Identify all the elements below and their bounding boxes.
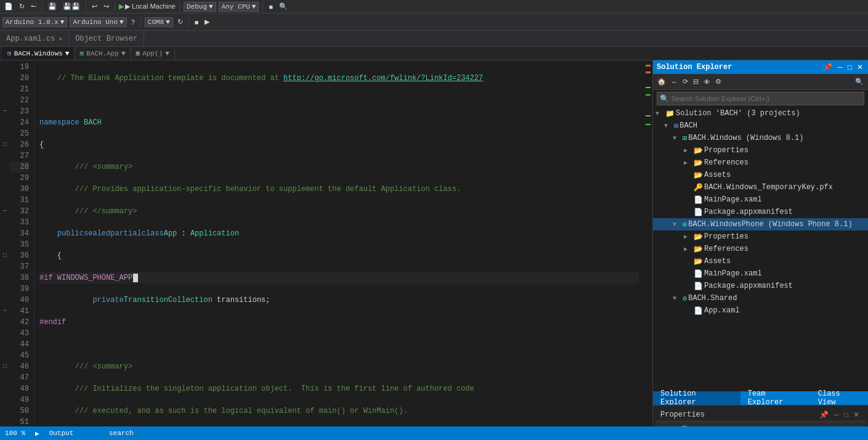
tab-class-view-label: Class View	[818, 389, 861, 407]
solution-search-icon: 🔍	[660, 94, 669, 104]
tab-appxamlcs[interactable]: App.xaml.cs ✕	[0, 31, 69, 46]
tree-windows-assets[interactable]: 📂 Assets	[653, 169, 868, 181]
solution-icon: 📁	[665, 109, 675, 118]
second-toolbar: Arduino 1.0.x ▼ Arduino Uno ▼ ? COM8 ▼ ↻…	[0, 14, 868, 31]
solution-explorer-pin[interactable]: 📌	[822, 62, 834, 72]
tree-shared-appxaml[interactable]: 📄 App.xaml	[653, 304, 868, 317]
toolbar-misc1[interactable]: ■	[267, 2, 275, 11]
editor-scrollbar[interactable]	[644, 60, 652, 440]
doc-tab-bach-windows[interactable]: ⊞ BACH.Windows ▼	[2, 47, 75, 60]
arduino-help[interactable]: ?	[129, 18, 137, 26]
middle-row: ─ □ ─ □ ─	[0, 60, 868, 440]
tree-bach-windows[interactable]: ▼ ⊞ BACH.Windows (Windows 8.1)	[653, 132, 868, 144]
status-search: search	[109, 430, 134, 437]
sol-toolbar-collapse[interactable]: ⊟	[691, 77, 700, 86]
tab-team-explorer[interactable]: Team Explorer	[740, 391, 811, 405]
sol-toolbar-showall[interactable]: 👁	[702, 78, 712, 86]
doc-tab-app-fn-icon: ⊞	[136, 49, 140, 57]
tree-windows-references[interactable]: ▶ 📂 References	[653, 157, 868, 169]
tab-objectbrowser[interactable]: Object Browser	[69, 31, 144, 46]
solution-search-input[interactable]	[671, 95, 861, 102]
properties-pin[interactable]: 📌	[818, 410, 830, 420]
doc-tab-bach-app[interactable]: ⊞ BACH.App ▼	[75, 47, 131, 60]
tree-bach-windowsphone[interactable]: ▼ ⊞ BACH.WindowsPhone (Windows Phone 8.1…	[653, 218, 868, 230]
tree-windows-package[interactable]: 📄 Package.appxmanifest	[653, 206, 868, 218]
sol-toolbar-sync[interactable]: ↔	[669, 78, 679, 86]
code-line-23: /// <summary>	[39, 161, 639, 173]
properties-close[interactable]: ✕	[852, 410, 861, 420]
tree-bach-shared[interactable]: ▼ ⚙ BACH.Shared	[653, 292, 868, 304]
tree-windows-properties[interactable]: ▶ 📂 Properties	[653, 144, 868, 157]
solution-explorer-minimize[interactable]: ─	[836, 62, 844, 72]
win-package-label: Package.appxmanifest	[704, 208, 793, 216]
doc-tab-app-fn[interactable]: ⊞ App() ▼	[131, 47, 175, 60]
toolbar-save[interactable]: 💾	[46, 2, 59, 11]
win-mainpage-expand	[684, 197, 692, 203]
sol-toolbar-home[interactable]: 🏠	[655, 77, 668, 86]
tree-bach[interactable]: ▼ ⊞ BACH	[653, 120, 868, 132]
bach-shared-expand-icon: ▼	[673, 295, 681, 302]
solution-expand-icon: ▼	[655, 110, 664, 117]
solution-explorer-header-icons: 📌 ─ □ ✕	[822, 62, 864, 72]
doc-tab-bach-windows-label: BACH.Windows	[14, 50, 63, 57]
win-assets-icon: 📂	[694, 171, 703, 180]
sol-toolbar-refresh[interactable]: ⟳	[681, 77, 690, 86]
code-line-20	[39, 95, 639, 106]
properties-header: Properties 📌 ─ □ ✕	[655, 408, 866, 422]
doc-tab-bach-app-chevron: ▼	[121, 50, 126, 57]
toolbar-icon-3[interactable]: ↼	[29, 2, 38, 11]
toolbar-icon-1[interactable]: 📄	[2, 2, 15, 11]
solution-explorer-maximize[interactable]: □	[846, 62, 853, 72]
doc-tab-app-fn-label: App()	[142, 50, 163, 57]
tree-phone-mainpage[interactable]: 📄 MainPage.xaml	[653, 267, 868, 280]
tree-windows-tempkey[interactable]: 🔑 BACH.Windows_TemporaryKey.pfx	[653, 181, 868, 194]
com-port-dropdown[interactable]: COM8 ▼	[145, 17, 173, 27]
tree-phone-properties[interactable]: ▶ 📂 Properties	[653, 230, 868, 243]
toolbar-misc2[interactable]: 🔍	[277, 2, 290, 11]
properties-minimize[interactable]: ─	[832, 410, 840, 420]
editor-area[interactable]: ─ □ ─ □ ─	[0, 60, 652, 440]
code-line-33: /// Initializes the singleton applicatio…	[39, 383, 639, 394]
arduino-version-dropdown[interactable]: Arduino 1.0.x ▼	[2, 17, 67, 27]
solution-explorer-close[interactable]: ✕	[856, 62, 864, 72]
properties-header-icons: 📌 ─ □ ✕	[818, 410, 861, 420]
properties-maximize[interactable]: □	[843, 410, 850, 420]
win-props-expand: ▶	[684, 147, 692, 154]
bach-shared-icon: ⚙	[683, 294, 687, 303]
solution-search-box[interactable]: 🔍	[657, 92, 864, 105]
tree-phone-assets[interactable]: 📂 Assets	[653, 255, 868, 267]
cpu-dropdown[interactable]: Any CPU ▼	[219, 2, 259, 12]
sol-toolbar-settings[interactable]: ⚙	[713, 77, 723, 86]
toolbar-icon-2[interactable]: ↻	[17, 2, 26, 11]
tab-class-view[interactable]: Class View	[811, 391, 868, 405]
scroll-mark-2	[646, 71, 651, 73]
arduino-board-chevron: ▼	[120, 18, 124, 26]
run-button[interactable]: ▶ ▶ Local Machine	[119, 2, 176, 10]
code-content[interactable]: // The Blank Application template is doc…	[34, 60, 644, 440]
toolbar-undo[interactable]: ↩	[90, 2, 99, 11]
toolbar-redo[interactable]: ↪	[102, 2, 111, 11]
tree-windows-mainpage[interactable]: 📄 MainPage.xaml	[653, 194, 868, 206]
tree-phone-package[interactable]: 📄 Package.appxmanifest	[653, 280, 868, 292]
doc-tab-bach-windows-icon: ⊞	[7, 49, 12, 57]
sol-toolbar-search[interactable]: 🔍	[853, 77, 866, 86]
tree-phone-references[interactable]: ▶ 📂 References	[653, 243, 868, 255]
debug-dropdown[interactable]: Debug ▼	[184, 2, 216, 12]
tree-solution-root[interactable]: ▼ 📁 Solution 'BACH' (3 projects)	[653, 107, 868, 120]
toolbar-other-2[interactable]: ▶	[203, 17, 211, 26]
doc-tab-bach-windows-chevron: ▼	[65, 50, 70, 57]
win-tempkey-icon: 🔑	[694, 183, 703, 192]
toolbar-save-all[interactable]: 💾💾	[61, 2, 82, 11]
com-port-refresh[interactable]: ↻	[176, 17, 185, 26]
editor-tab-bar: App.xaml.cs ✕ Object Browser	[0, 31, 868, 47]
solution-label: Solution 'BACH' (3 projects)	[676, 109, 800, 118]
code-line-27: {	[39, 250, 639, 261]
phone-mainpage-icon: 📄	[694, 269, 703, 279]
phone-package-icon: 📄	[694, 282, 703, 291]
tab-appxamlcs-close[interactable]: ✕	[59, 35, 62, 43]
tab-solution-explorer-label: Solution Explorer	[660, 389, 733, 407]
toolbar-other-1[interactable]: ■	[193, 18, 201, 26]
tab-solution-explorer[interactable]: Solution Explorer	[653, 391, 740, 405]
arduino-board-dropdown[interactable]: Arduino Uno ▼	[70, 17, 126, 27]
code-line-26: public sealed partial class App : Applic…	[39, 228, 639, 239]
